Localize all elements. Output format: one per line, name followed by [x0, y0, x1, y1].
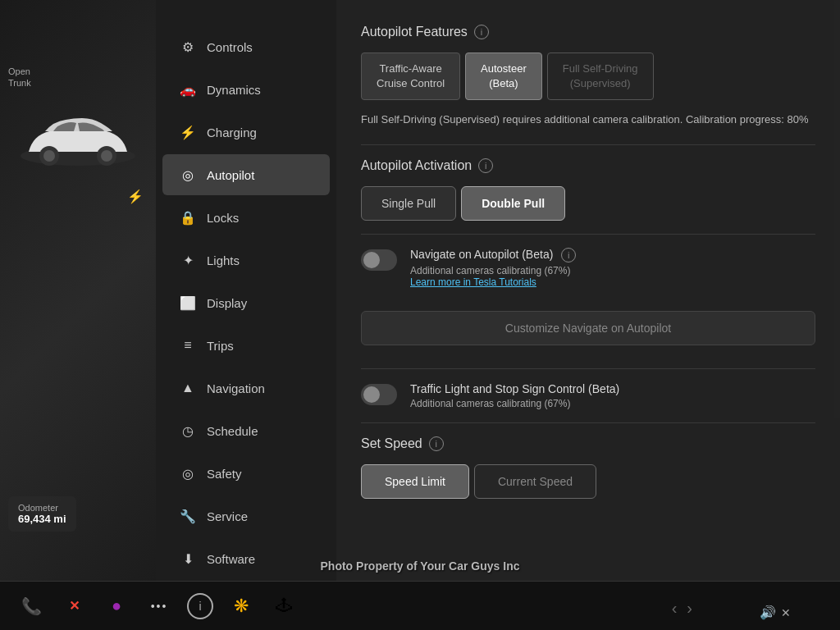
voice-icon[interactable]: ●: [102, 591, 131, 621]
autopilot-features-info-icon[interactable]: i: [474, 25, 489, 39]
full-self-driving-btn[interactable]: Full Self-Driving (Supervised): [547, 52, 654, 100]
odometer-box: Odometer 69,434 mi: [8, 496, 76, 532]
sidebar-item-charging[interactable]: ⚡ Charging: [162, 112, 330, 153]
sidebar-label-safety: Safety: [207, 467, 242, 481]
nav-controls: ‹ ›: [672, 599, 692, 618]
navigate-autopilot-info-icon[interactable]: i: [561, 248, 576, 262]
speed-limit-btn[interactable]: Speed Limit: [361, 464, 469, 499]
autopilot-icon: ◎: [179, 166, 197, 184]
mute-icon[interactable]: ✕: [781, 606, 791, 619]
sidebar: ⚙ Controls 🚗 Dynamics ⚡ Charging ◎ Autop…: [156, 0, 336, 630]
traffic-light-info: Traffic Light and Stop Sign Control (Bet…: [410, 382, 619, 409]
sidebar-item-navigation[interactable]: ▲ Navigation: [162, 368, 330, 409]
autopilot-features-header: Autopilot Features i: [361, 25, 815, 39]
double-pull-btn[interactable]: Double Pull: [461, 186, 565, 221]
navigate-autopilot-toggle[interactable]: [361, 249, 397, 271]
odometer-value: 69,434 mi: [18, 513, 66, 525]
nav-forward-arrow[interactable]: ›: [687, 599, 692, 618]
autopilot-features-title: Autopilot Features: [361, 25, 468, 39]
divider-2: [361, 234, 815, 235]
single-pull-btn[interactable]: Single Pull: [361, 186, 456, 221]
sidebar-item-schedule[interactable]: ◷ Schedule: [162, 410, 330, 451]
customize-navigate-btn[interactable]: Customize Navigate on Autopilot: [361, 311, 815, 345]
safety-icon: ◎: [179, 464, 197, 482]
set-speed-section: Set Speed i Speed Limit Current Speed: [361, 436, 815, 499]
autopilot-activation-info-icon[interactable]: i: [478, 158, 493, 173]
car-image: [12, 90, 144, 189]
left-panel: Open Trunk ⚡ Odometer 69,434 mi: [0, 0, 156, 630]
sidebar-item-dynamics[interactable]: 🚗 Dynamics: [162, 69, 330, 110]
open-trunk-label[interactable]: Open Trunk: [8, 66, 31, 89]
phone-icon[interactable]: 📞: [16, 591, 46, 621]
autosteer-btn[interactable]: Autosteer (Beta): [465, 52, 542, 100]
traffic-aware-btn[interactable]: Traffic-Aware Cruise Control: [361, 52, 460, 100]
nav-back-arrow[interactable]: ‹: [672, 599, 678, 618]
navigation-icon: ▲: [179, 379, 197, 397]
current-speed-btn[interactable]: Current Speed: [474, 464, 596, 499]
calibration-notice: Full Self-Driving (Supervised) requires …: [361, 112, 815, 128]
navigate-autopilot-subtitle: Additional cameras calibrating (67%): [410, 265, 576, 276]
sidebar-label-lights: Lights: [207, 253, 240, 267]
schedule-icon: ◷: [179, 422, 197, 440]
set-speed-header: Set Speed i: [361, 436, 815, 451]
sidebar-label-navigation: Navigation: [207, 381, 265, 395]
sidebar-item-safety[interactable]: ◎ Safety: [162, 453, 330, 494]
sidebar-label-dynamics: Dynamics: [207, 83, 261, 97]
service-icon: 🔧: [179, 507, 197, 525]
apps-icon[interactable]: ❋: [226, 591, 256, 621]
navigate-autopilot-link[interactable]: Learn more in Tesla Tutorials: [410, 276, 576, 288]
sidebar-item-display[interactable]: ⬜ Display: [162, 282, 330, 323]
traffic-light-subtitle: Additional cameras calibrating (67%): [410, 398, 619, 409]
navigate-autopilot-row: Navigate on Autopilot (Beta) i Additiona…: [361, 248, 815, 288]
set-speed-info-icon[interactable]: i: [429, 436, 444, 451]
controls-icon: ⚙: [179, 38, 197, 56]
traffic-light-row: Traffic Light and Stop Sign Control (Bet…: [361, 382, 815, 409]
info-icon[interactable]: i: [187, 593, 213, 619]
traffic-light-title: Traffic Light and Stop Sign Control (Bet…: [410, 382, 619, 395]
sidebar-label-display: Display: [207, 296, 247, 310]
trips-icon: ≡: [179, 336, 197, 354]
sidebar-label-controls: Controls: [207, 40, 253, 54]
sidebar-item-lights[interactable]: ✦ Lights: [162, 240, 330, 281]
charging-icon: ⚡: [179, 123, 197, 141]
sound-controls: 🔊 ✕: [760, 605, 791, 620]
divider-4: [361, 422, 815, 423]
navigate-autopilot-info: Navigate on Autopilot (Beta) i Additiona…: [410, 248, 576, 288]
autopilot-activation-header: Autopilot Activation i: [361, 158, 815, 173]
volume-icon[interactable]: 🔊: [760, 605, 776, 620]
svg-point-2: [43, 150, 55, 162]
feature-buttons-group: Traffic-Aware Cruise Control Autosteer (…: [361, 52, 815, 100]
taskbar: 📞 ✕ ● ••• i ❋ 🕹 ‹ › 🔊 ✕: [0, 581, 840, 630]
sidebar-label-schedule: Schedule: [207, 424, 258, 438]
sidebar-label-locks: Locks: [207, 211, 239, 225]
lights-icon: ✦: [179, 251, 197, 269]
sidebar-label-trips: Trips: [207, 339, 234, 353]
traffic-light-toggle[interactable]: [361, 384, 397, 405]
car-svg: [12, 90, 144, 189]
divider-1: [361, 144, 815, 145]
activation-buttons-group: Single Pull Double Pull: [361, 186, 815, 221]
speed-buttons-group: Speed Limit Current Speed: [361, 464, 815, 499]
sidebar-item-service[interactable]: 🔧 Service: [162, 495, 330, 536]
sidebar-item-controls[interactable]: ⚙ Controls: [162, 26, 330, 67]
sidebar-item-software[interactable]: ⬇ Software: [162, 538, 330, 579]
odometer-label: Odometer: [18, 503, 66, 513]
sidebar-label-autopilot: Autopilot: [207, 168, 254, 182]
locks-icon: 🔒: [179, 208, 197, 226]
dynamics-icon: 🚗: [179, 80, 197, 98]
autopilot-activation-title: Autopilot Activation: [361, 158, 472, 173]
sidebar-item-locks[interactable]: 🔒 Locks: [162, 197, 330, 238]
more-icon[interactable]: •••: [144, 591, 174, 621]
divider-3: [361, 368, 815, 369]
sidebar-label-service: Service: [207, 509, 248, 523]
sidebar-label-charging: Charging: [207, 126, 257, 139]
sidebar-item-autopilot[interactable]: ◎ Autopilot: [162, 154, 330, 195]
main-content: Autopilot Features i Traffic-Aware Cruis…: [336, 0, 840, 630]
sidebar-item-trips[interactable]: ≡ Trips: [162, 325, 330, 366]
display-icon: ⬜: [179, 294, 197, 312]
set-speed-title: Set Speed: [361, 436, 422, 451]
sidebar-label-software: Software: [207, 552, 255, 566]
close-icon[interactable]: ✕: [59, 591, 89, 621]
svg-point-4: [101, 150, 112, 162]
joystick-icon[interactable]: 🕹: [269, 591, 299, 621]
